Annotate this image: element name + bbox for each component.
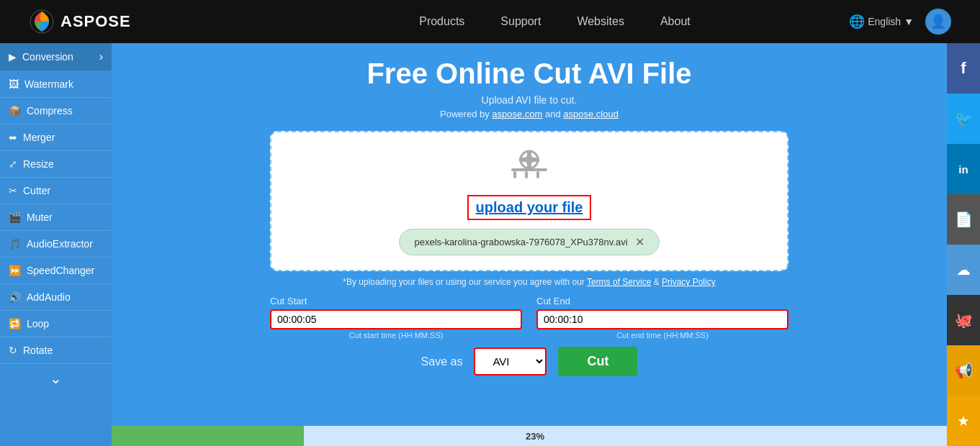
nav-products[interactable]: Products — [419, 15, 464, 28]
sidebar-item-cutter[interactable]: ✂ Cutter — [0, 178, 112, 204]
notify-icon: 📢 — [955, 362, 973, 379]
uploaded-filename: pexels-karolina-grabowska-7976078_XPu378… — [414, 237, 627, 247]
language-selector[interactable]: 🌐 English ▼ — [849, 14, 914, 29]
star-button[interactable]: ★ — [947, 396, 980, 446]
terms-prefix: *By uploading your files or using our se… — [343, 277, 587, 287]
nav-links: Products Support Websites About — [261, 15, 850, 28]
cut-end-border — [536, 309, 788, 329]
cut-start-field: Cut Start Cut start time (HH:MM:SS) — [270, 296, 522, 340]
cutter-icon: ✂ — [9, 185, 17, 196]
nav-about[interactable]: About — [660, 15, 691, 28]
sidebar-item-watermark[interactable]: 🖼 Watermark — [0, 71, 112, 98]
sidebar-item-muter[interactable]: 🎬 Muter — [0, 204, 112, 231]
privacy-policy-link[interactable]: Privacy Policy — [662, 277, 716, 287]
compress-icon: 📦 — [9, 105, 21, 117]
sidebar-more[interactable]: ⌄ — [0, 364, 112, 393]
merger-icon: ⬌ — [9, 132, 17, 143]
user-avatar[interactable]: 👤 — [925, 9, 951, 35]
logo-icon — [29, 9, 55, 35]
speedchanger-icon: ⏩ — [9, 265, 21, 276]
powered-by-and: and — [542, 109, 563, 119]
aspose-cloud-link[interactable]: aspose.cloud — [563, 109, 619, 119]
sidebar-label-merger: Merger — [23, 132, 55, 143]
sidebar-label-speedchanger: SpeedChanger — [27, 265, 94, 276]
save-row: Save as AVI MP4 MOV MKV WMV Cut — [270, 347, 788, 376]
cut-button[interactable]: Cut — [558, 347, 637, 376]
sidebar-label-addaudio: AddAudio — [27, 291, 71, 303]
github-button[interactable]: 🐙 — [947, 295, 980, 345]
cut-end-hint: Cut end time (HH:MM:SS) — [536, 331, 788, 340]
sidebar-label-resize: Resize — [23, 158, 54, 170]
sidebar-label-watermark: Watermark — [24, 78, 73, 90]
more-icon: ⌄ — [50, 370, 62, 387]
cut-start-label: Cut Start — [270, 296, 522, 306]
sidebar-item-loop[interactable]: 🔁 Loop — [0, 311, 112, 337]
svg-rect-7 — [532, 158, 539, 162]
globe-icon: 🌐 — [849, 14, 865, 29]
powered-by-prefix: Powered by — [440, 109, 492, 119]
nav-support[interactable]: Support — [500, 15, 541, 28]
sidebar-item-conversion[interactable]: ▶ Conversion › — [0, 43, 112, 71]
aspose-com-link[interactable]: aspose.com — [492, 109, 542, 119]
sidebar-label-muter: Muter — [27, 211, 53, 223]
svg-rect-5 — [527, 162, 531, 169]
sidebar-label-rotate: Rotate — [23, 345, 53, 356]
upload-gear-icon — [508, 147, 551, 191]
navbar: ASPOSE Products Support Websites About 🌐… — [0, 0, 980, 43]
upload-link[interactable]: upload your file — [467, 195, 592, 220]
file-remove-button[interactable]: ✕ — [635, 235, 644, 249]
loop-icon: 🔁 — [9, 318, 21, 329]
conversion-icon: ▶ — [9, 51, 17, 63]
twitter-button[interactable]: 🐦 — [947, 94, 980, 144]
progress-bar — [112, 426, 304, 446]
sidebar-item-addaudio[interactable]: 🔊 AddAudio — [0, 284, 112, 311]
logo-text: ASPOSE — [60, 12, 131, 31]
sidebar-item-speedchanger[interactable]: ⏩ SpeedChanger — [0, 258, 112, 284]
cloud-button[interactable]: ☁ — [947, 245, 980, 295]
sidebar-arrow-conversion: › — [99, 50, 103, 63]
save-as-label: Save as — [421, 355, 463, 368]
document-button[interactable]: 📄 — [947, 194, 980, 245]
progress-container: 23% — [112, 426, 947, 446]
github-icon: 🐙 — [955, 311, 973, 329]
sidebar-item-resize[interactable]: ⤢ Resize — [0, 151, 112, 178]
sidebar-label-cutter: Cutter — [23, 185, 50, 196]
page-subtitle: Upload AVI file to cut. — [482, 94, 577, 106]
sidebar-label-compress: Compress — [27, 105, 73, 117]
sidebar-item-audioextractor[interactable]: 🎵 AudioExtractor — [0, 231, 112, 258]
svg-rect-4 — [527, 150, 531, 158]
cut-end-input[interactable] — [544, 314, 781, 325]
user-icon: 👤 — [930, 14, 946, 29]
sidebar-label-conversion: Conversion — [22, 51, 73, 63]
sidebar-item-rotate[interactable]: ↻ Rotate — [0, 337, 112, 364]
cut-start-hint: Cut start time (HH:MM:SS) — [270, 331, 522, 340]
main-layout: ▶ Conversion › 🖼 Watermark 📦 Compress ⬌ … — [0, 43, 980, 446]
terms-amp: & — [651, 277, 662, 287]
powered-by: Powered by aspose.com and aspose.cloud — [440, 109, 619, 119]
svg-rect-8 — [513, 171, 516, 178]
terms-text: *By uploading your files or using our se… — [343, 277, 715, 287]
addaudio-icon: 🔊 — [9, 291, 21, 303]
sidebar-label-audioextractor: AudioExtractor — [27, 238, 93, 250]
svg-rect-10 — [536, 171, 539, 178]
facebook-button[interactable]: f — [947, 43, 980, 94]
linkedin-button[interactable]: in — [947, 144, 980, 194]
cut-start-border — [270, 309, 522, 329]
sidebar-item-compress[interactable]: 📦 Compress — [0, 98, 112, 124]
language-arrow: ▼ — [904, 16, 914, 27]
logo[interactable]: ASPOSE — [29, 9, 131, 35]
cut-start-input[interactable] — [277, 314, 515, 325]
format-select[interactable]: AVI MP4 MOV MKV WMV — [474, 347, 547, 376]
star-icon: ★ — [957, 412, 970, 429]
svg-rect-6 — [519, 158, 526, 162]
uploaded-file: pexels-karolina-grabowska-7976078_XPu378… — [399, 229, 659, 255]
terms-of-service-link[interactable]: Terms of Service — [587, 277, 651, 287]
cut-end-field: Cut End Cut end time (HH:MM:SS) — [536, 296, 788, 340]
notify-button[interactable]: 📢 — [947, 345, 980, 396]
upload-area[interactable]: upload your file pexels-karolina-grabows… — [270, 131, 788, 271]
cut-controls: Cut Start Cut start time (HH:MM:SS) Cut … — [270, 296, 788, 340]
sidebar-item-merger[interactable]: ⬌ Merger — [0, 124, 112, 151]
sidebar-label-loop: Loop — [27, 318, 49, 329]
cloud-icon: ☁ — [956, 261, 971, 278]
nav-websites[interactable]: Websites — [577, 15, 624, 28]
